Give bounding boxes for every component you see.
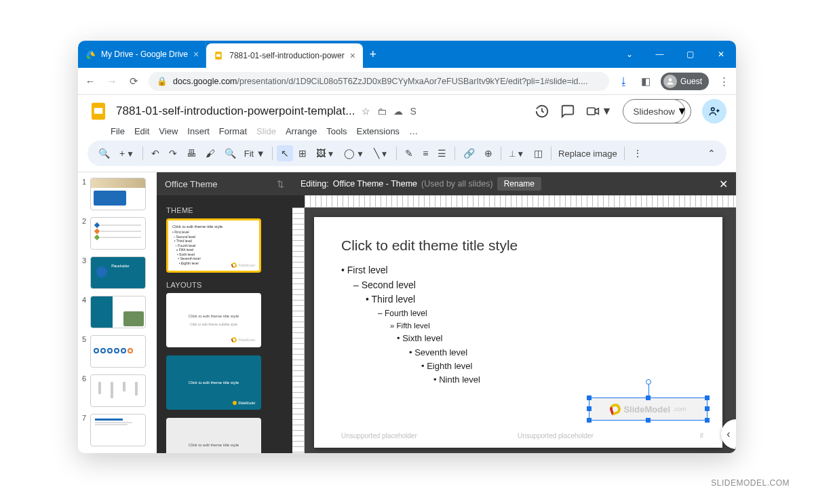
panel-icon[interactable]: ◧ — [639, 75, 653, 88]
titlebar: My Drive - Google Drive × 7881-01-self-i… — [78, 41, 736, 68]
menu-file[interactable]: File — [111, 126, 125, 136]
page-watermark: SLIDEMODEL.COM — [711, 478, 790, 488]
slide-thumb[interactable] — [90, 335, 146, 368]
theme-master-thumb[interactable]: Click to edit theme title style • First … — [166, 218, 261, 273]
slide-thumb[interactable] — [90, 414, 146, 446]
slides-icon — [213, 50, 224, 61]
tab-slides[interactable]: 7881-01-self-introduction-power × — [206, 43, 363, 68]
content: 1 2 3Placeholder 4 5 6 7 Office Theme ⇅ … — [78, 172, 736, 453]
comment-add-icon[interactable]: ⊕ — [480, 145, 497, 161]
theme-panel: Office Theme ⇅ THEME Click to edit theme… — [157, 172, 292, 453]
line-icon[interactable]: ╲▼ — [370, 145, 393, 161]
logo-icon — [608, 402, 623, 416]
comment-icon[interactable] — [560, 104, 575, 119]
slide-canvas[interactable]: Click to edit theme title style First le… — [314, 217, 722, 448]
app-header: 7881-01-self-introduction-powerpoint-tem… — [78, 95, 736, 125]
menu-format[interactable]: Format — [219, 126, 247, 136]
footer-placeholder[interactable]: Unsupported placeholder — [341, 432, 417, 440]
address-bar[interactable]: 🔒 docs.google.com/presentation/d/1D9CiL0… — [149, 72, 609, 91]
menu-slide: Slide — [256, 126, 276, 136]
layout-thumb[interactable]: Click to edit theme title style SlideMod… — [166, 355, 261, 410]
menu-tools[interactable]: Tools — [326, 126, 347, 136]
layout-thumb[interactable]: Click to edit theme title style Click to… — [166, 293, 261, 347]
pen-icon[interactable]: ✎ — [401, 145, 417, 161]
new-slide-button[interactable]: +▼ — [115, 145, 138, 161]
tab-title: My Drive - Google Drive — [101, 50, 188, 59]
layouts-label: LAYOUTS — [166, 281, 283, 289]
document-title[interactable]: 7881-01-self-introduction-powerpoint-tem… — [116, 104, 355, 118]
history-icon[interactable] — [535, 104, 549, 119]
slide-thumb[interactable] — [90, 296, 146, 328]
download-icon[interactable]: ⭳ — [617, 75, 631, 87]
search-icon[interactable]: 🔍 — [94, 145, 114, 161]
mask-icon[interactable]: ◫ — [530, 145, 547, 161]
body-placeholder[interactable]: First level Second level Third level Fou… — [341, 263, 695, 387]
slide-thumb[interactable] — [90, 178, 146, 210]
shape-icon[interactable]: ◯▼ — [340, 145, 368, 161]
slideshow-dropdown[interactable]: ▼ — [674, 99, 691, 123]
menu-view[interactable]: View — [159, 126, 178, 136]
kebab-menu-icon[interactable]: ⋮ — [717, 75, 731, 88]
tab-drive[interactable]: My Drive - Google Drive × — [78, 41, 206, 68]
theme-panel-header: Office Theme ⇅ — [157, 172, 292, 195]
video-icon[interactable]: ▼ — [586, 104, 613, 118]
cloud-icon[interactable]: ☁ — [393, 106, 403, 117]
slide-thumb[interactable] — [90, 374, 146, 407]
redo-button[interactable]: ↷ — [165, 145, 181, 161]
menu-edit[interactable]: Edit — [134, 126, 149, 136]
footer-placeholder[interactable]: Unsupported placeholder — [518, 432, 594, 440]
slide-title-placeholder[interactable]: Click to edit theme title style — [341, 237, 695, 254]
star-icon[interactable]: ☆ — [362, 106, 370, 117]
selected-image[interactable]: SlideModel.com — [589, 398, 708, 421]
page-number-placeholder[interactable]: # — [699, 432, 703, 440]
zoom-select[interactable]: Fit ▼ — [241, 149, 268, 159]
minimize-button[interactable]: — — [644, 41, 675, 68]
editor-header: Editing: Office Theme - Theme (Used by a… — [292, 172, 736, 195]
more-icon[interactable]: ⋮ — [629, 145, 646, 161]
close-icon[interactable]: ✕ — [719, 178, 728, 191]
undo-button[interactable]: ↶ — [147, 145, 163, 161]
list-icon[interactable]: ☰ — [433, 145, 450, 161]
back-button[interactable]: ← — [83, 75, 97, 87]
reload-button[interactable]: ⟳ — [127, 75, 140, 88]
close-button[interactable]: ✕ — [705, 41, 736, 68]
image-icon[interactable]: 🖼▼ — [312, 145, 339, 161]
replace-image-button[interactable]: Replace image — [556, 149, 620, 159]
browser-window: My Drive - Google Drive × 7881-01-self-i… — [78, 41, 736, 453]
collapse-up-icon[interactable]: ⌃ — [703, 145, 720, 161]
cursor-icon[interactable]: ↖ — [277, 145, 293, 161]
toolbar: 🔍 +▼ ↶ ↷ 🖶 🖌 🔍 Fit ▼ ↖ ⊞ 🖼▼ ◯▼ ╲▼ ✎ ≡ ☰ … — [88, 140, 726, 166]
paint-format-button[interactable]: 🖌 — [201, 145, 219, 161]
crop-icon[interactable]: ⟂▼ — [505, 145, 528, 161]
rename-button[interactable]: Rename — [497, 177, 541, 191]
align-icon[interactable]: ≡ — [419, 145, 432, 161]
slide-panel[interactable]: 1 2 3Placeholder 4 5 6 7 — [78, 172, 157, 453]
slide-thumb[interactable] — [90, 217, 146, 250]
slide-thumb[interactable]: Placeholder — [90, 256, 146, 289]
new-tab-button[interactable]: + — [363, 41, 383, 68]
slides-logo[interactable] — [88, 100, 109, 122]
textbox-icon[interactable]: ⊞ — [294, 145, 311, 161]
vertical-ruler — [292, 208, 305, 453]
person-icon — [663, 75, 677, 88]
svg-point-2 — [669, 78, 672, 81]
menu-arrange[interactable]: Arrange — [286, 126, 317, 136]
canvas-area[interactable]: Click to edit theme title style First le… — [305, 208, 736, 453]
close-icon[interactable]: × — [193, 49, 199, 60]
menu-extensions[interactable]: Extensions — [357, 126, 400, 136]
print-button[interactable]: 🖶 — [182, 145, 200, 161]
menu-more[interactable]: … — [409, 126, 418, 136]
profile-button[interactable]: Guest — [661, 73, 709, 90]
zoom-icon[interactable]: 🔍 — [220, 145, 240, 161]
chevron-down-icon[interactable]: ⌄ — [614, 41, 644, 68]
close-icon[interactable]: × — [350, 50, 355, 61]
link-icon[interactable]: 🔗 — [459, 145, 479, 161]
share-button[interactable] — [702, 99, 726, 123]
sort-icon[interactable]: ⇅ — [277, 179, 284, 189]
layout-thumb[interactable]: Click to edit theme title style — [166, 418, 261, 453]
maximize-button[interactable]: ▢ — [675, 41, 705, 68]
move-icon[interactable]: 🗀 — [377, 106, 387, 117]
lock-icon: 🔒 — [157, 76, 168, 86]
forward-button[interactable]: → — [105, 75, 119, 87]
menu-insert[interactable]: Insert — [187, 126, 210, 136]
